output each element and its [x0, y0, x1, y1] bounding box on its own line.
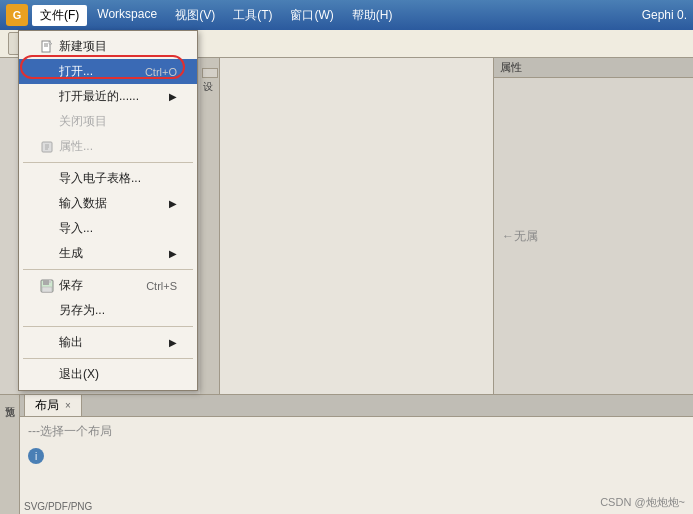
- menu-import[interactable]: 导入...: [19, 216, 197, 241]
- save-icon: [39, 278, 55, 294]
- separator-2: [23, 269, 193, 270]
- open-icon: [39, 64, 55, 80]
- open-recent-icon: [39, 89, 55, 105]
- menu-properties: 属性...: [19, 134, 197, 159]
- menu-generate[interactable]: 生成 ▶: [19, 241, 197, 266]
- input-data-arrow: ▶: [169, 198, 177, 209]
- menu-file[interactable]: 文件(F): [32, 5, 87, 26]
- menu-workspace[interactable]: Workspace: [89, 5, 165, 26]
- watermark: CSDN @炮炮炮~: [600, 495, 685, 510]
- menu-exit[interactable]: 退出(X): [19, 362, 197, 387]
- menu-import-spreadsheet[interactable]: 导入电子表格...: [19, 166, 197, 191]
- new-project-icon: [39, 39, 55, 55]
- graph-workspace[interactable]: 设: [200, 58, 493, 394]
- left-panel: 设: [200, 58, 220, 394]
- menu-open[interactable]: 打开... Ctrl+O: [19, 59, 197, 84]
- no-attr-content: ←无属: [494, 78, 693, 394]
- menu-tools[interactable]: 工具(T): [225, 5, 280, 26]
- bottom-left-strip: 预览: [0, 395, 20, 514]
- menu-bar: 文件(F) Workspace 视图(V) 工具(T) 窗口(W) 帮助(H): [32, 5, 642, 26]
- menu-input-data[interactable]: 输入数据 ▶: [19, 191, 197, 216]
- bottom-content-area: 布局 × ---选择一个布局 i SVG/PDF/PNG: [20, 395, 693, 514]
- select-layout-text: ---选择一个布局: [28, 421, 685, 442]
- menu-save-as[interactable]: 另存为...: [19, 298, 197, 323]
- export-arrow: ▶: [169, 337, 177, 348]
- svg-rect-12: [49, 280, 51, 283]
- separator-1: [23, 162, 193, 163]
- bottom-panel: 预览 布局 × ---选择一个布局 i SVG/PDF/PNG CSDN @炮炮…: [0, 394, 693, 514]
- layout-tab[interactable]: 布局 ×: [24, 394, 82, 416]
- app-logo: G: [6, 4, 28, 26]
- svg-pdf-png-label: SVG/PDF/PNG: [24, 501, 92, 512]
- generate-icon: [39, 246, 55, 262]
- menu-close-project: 关闭项目: [19, 109, 197, 134]
- close-project-icon: [39, 114, 55, 130]
- attributes-panel: 属性 ←无属: [493, 58, 693, 394]
- menu-new-project[interactable]: 新建项目: [19, 34, 197, 59]
- preview-vert-label: 预览: [0, 395, 18, 403]
- menu-export[interactable]: 输出 ▶: [19, 330, 197, 355]
- separator-4: [23, 358, 193, 359]
- file-dropdown-menu: 新建项目 打开... Ctrl+O 打开最近的...... ▶ 关闭项目 属性.…: [18, 30, 198, 391]
- tab-close-btn[interactable]: ×: [65, 400, 71, 411]
- bottom-tab-content: ---选择一个布局 i SVG/PDF/PNG: [20, 417, 693, 514]
- menu-open-recent[interactable]: 打开最近的...... ▶: [19, 84, 197, 109]
- input-data-icon: [39, 196, 55, 212]
- no-attr-text: ←无属: [502, 228, 538, 245]
- open-shortcut: Ctrl+O: [145, 66, 177, 78]
- attributes-panel-header: 属性: [494, 58, 693, 78]
- menu-view[interactable]: 视图(V): [167, 5, 223, 26]
- graph-canvas[interactable]: [220, 58, 493, 394]
- save-shortcut: Ctrl+S: [146, 280, 177, 292]
- open-recent-arrow: ▶: [169, 91, 177, 102]
- generate-arrow: ▶: [169, 248, 177, 259]
- title-bar: G 文件(F) Workspace 视图(V) 工具(T) 窗口(W) 帮助(H…: [0, 0, 693, 30]
- svg-rect-11: [43, 280, 49, 285]
- import-icon: [39, 221, 55, 237]
- menu-help[interactable]: 帮助(H): [344, 5, 401, 26]
- menu-save[interactable]: 保存 Ctrl+S: [19, 273, 197, 298]
- svg-rect-13: [42, 287, 52, 292]
- bottom-tab-bar: 布局 ×: [20, 395, 693, 417]
- separator-3: [23, 326, 193, 327]
- save-as-icon: [39, 303, 55, 319]
- info-button[interactable]: i: [28, 448, 44, 464]
- exit-icon: [39, 367, 55, 383]
- spreadsheet-icon: [39, 171, 55, 187]
- export-icon: [39, 335, 55, 351]
- settings-label: 设: [202, 68, 218, 78]
- app-name: Gephi 0.: [642, 8, 687, 22]
- menu-window[interactable]: 窗口(W): [282, 5, 341, 26]
- properties-icon: [39, 139, 55, 155]
